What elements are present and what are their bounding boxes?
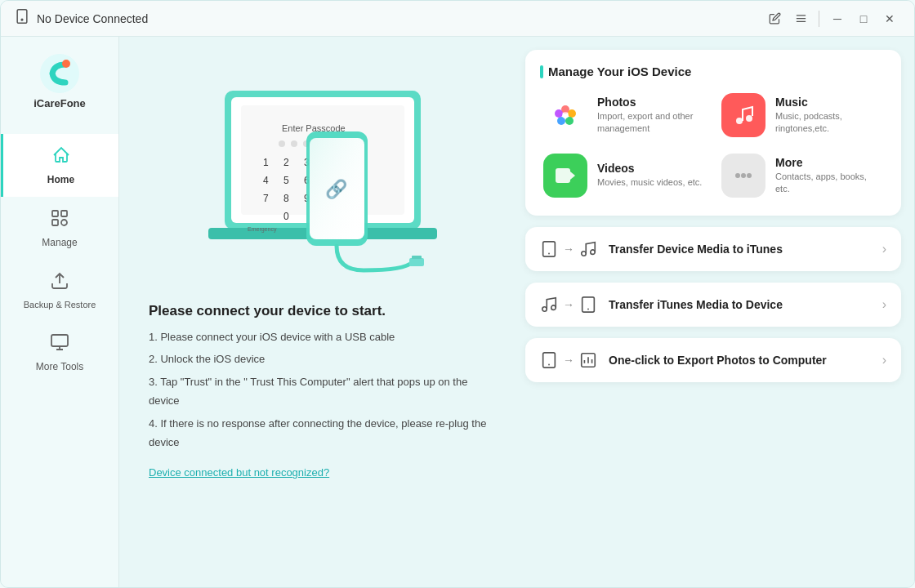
svg-point-10 xyxy=(61,220,67,225)
svg-point-56 xyxy=(582,252,587,256)
chevron-right-icon-2: › xyxy=(882,297,886,312)
sidebar-item-manage[interactable]: Manage xyxy=(1,197,118,260)
sidebar: iCareFone Home xyxy=(1,37,119,587)
transfer-to-itunes-icons: → xyxy=(540,240,597,258)
svg-rect-8 xyxy=(52,220,58,225)
svg-text:0: 0 xyxy=(283,211,289,222)
connect-title: Please connect your device to start. xyxy=(149,303,496,319)
transfer-to-device-label: Transfer iTunes Media to Device xyxy=(609,298,871,311)
backup-label: Backup & Restore xyxy=(24,300,96,310)
svg-marker-50 xyxy=(570,172,575,180)
svg-point-48 xyxy=(746,115,752,122)
feature-more[interactable]: More Contacts, apps, books, etc. xyxy=(718,150,886,201)
arrow-icon-1: → xyxy=(563,243,574,256)
step-3: 3. Tap "Trust" in the " Trust This Compu… xyxy=(149,372,496,411)
menu-button[interactable] xyxy=(789,7,812,30)
logo-text: iCareFone xyxy=(33,97,86,109)
svg-point-52 xyxy=(741,173,746,178)
feature-photos[interactable]: Photos Import, export and other manageme… xyxy=(540,90,708,140)
connect-text-area: Please connect your device to start. 1. … xyxy=(132,295,512,488)
music-desc: Music, podcasts, ringtones,etc. xyxy=(775,110,883,136)
transfer-to-device-card[interactable]: → Transfer iTunes Media to Device › xyxy=(525,283,901,327)
sidebar-item-more-tools[interactable]: More Tools xyxy=(1,321,118,384)
edit-button[interactable] xyxy=(763,7,786,30)
home-label: Home xyxy=(47,174,74,185)
svg-point-46 xyxy=(562,112,569,118)
export-photos-icons: → xyxy=(540,351,597,369)
logo-icon xyxy=(39,53,80,94)
svg-text:2: 2 xyxy=(283,157,289,168)
backup-icon xyxy=(50,271,69,296)
device-svg: Enter Passcode 1 2 3 4 5 6 7 8 9 xyxy=(176,50,470,287)
videos-name: Videos xyxy=(597,162,702,175)
manage-icon xyxy=(50,208,69,233)
export-photos-card[interactable]: → One-click to Export Photos to Computer… xyxy=(525,338,901,382)
export-photos-label: One-click to Export Photos to Computer xyxy=(609,354,871,367)
svg-rect-0 xyxy=(17,10,27,24)
device-illustration: Enter Passcode 1 2 3 4 5 6 7 8 9 xyxy=(132,50,512,287)
svg-rect-12 xyxy=(51,335,68,346)
feature-videos[interactable]: Videos Movies, music videos, etc. xyxy=(540,150,708,201)
photos-name: Photos xyxy=(597,96,705,109)
chevron-right-icon-3: › xyxy=(882,353,886,368)
main-layout: iCareFone Home xyxy=(1,37,914,587)
transfer-to-device-icons: → xyxy=(540,296,597,314)
connect-steps: 1. Please connect your iOS device with a… xyxy=(149,327,496,452)
arrow-icon-3: → xyxy=(563,354,574,367)
arrow-icon-2: → xyxy=(563,298,574,311)
more-tools-icon xyxy=(50,332,69,357)
svg-text:7: 7 xyxy=(263,193,269,204)
more-icon-box xyxy=(721,154,765,198)
svg-point-47 xyxy=(736,118,743,124)
right-panel: Manage Your iOS Device xyxy=(525,50,901,574)
left-panel: Enter Passcode 1 2 3 4 5 6 7 8 9 xyxy=(132,50,512,574)
sidebar-item-backup[interactable]: Backup & Restore xyxy=(1,260,118,321)
svg-point-1 xyxy=(21,19,23,20)
manage-label: Manage xyxy=(42,237,77,248)
home-icon xyxy=(51,145,71,170)
videos-desc: Movies, music videos, etc. xyxy=(597,176,702,189)
step-2: 2. Unlock the iOS device xyxy=(149,350,496,368)
music-name: Music xyxy=(775,96,883,109)
svg-point-42 xyxy=(568,109,576,118)
title-bar: No Device Connected ─ □ ✕ xyxy=(1,1,914,37)
svg-point-45 xyxy=(555,109,563,118)
photos-text: Photos Import, export and other manageme… xyxy=(597,96,705,136)
more-text: More Contacts, apps, books, etc. xyxy=(775,156,883,196)
close-button[interactable]: ✕ xyxy=(878,7,901,30)
more-name: More xyxy=(775,156,883,169)
sidebar-nav: Home Manage xyxy=(1,134,118,384)
title-bar-controls: ─ □ ✕ xyxy=(763,7,901,30)
feature-music[interactable]: Music Music, podcasts, ringtones,etc. xyxy=(718,90,886,140)
svg-rect-39 xyxy=(409,258,424,266)
sidebar-item-home[interactable]: Home xyxy=(1,134,118,197)
svg-point-19 xyxy=(291,140,297,147)
svg-rect-49 xyxy=(556,168,570,183)
ios-card-title: Manage Your iOS Device xyxy=(540,65,886,78)
videos-icon-box xyxy=(543,154,587,198)
svg-point-51 xyxy=(735,173,740,178)
transfer-to-itunes-card[interactable]: → Transfer Device Media to iTunes › xyxy=(525,227,901,271)
svg-text:5: 5 xyxy=(283,175,289,186)
step-4: 4. If there is no response after connect… xyxy=(149,414,496,452)
svg-point-18 xyxy=(279,140,285,147)
logo-area: iCareFone xyxy=(25,45,94,118)
svg-rect-7 xyxy=(52,211,58,216)
maximize-button[interactable]: □ xyxy=(852,7,875,30)
chevron-right-icon-1: › xyxy=(882,242,886,256)
minimize-button[interactable]: ─ xyxy=(826,7,849,30)
content-area: Enter Passcode 1 2 3 4 5 6 7 8 9 xyxy=(119,37,914,587)
more-tools-label: More Tools xyxy=(36,361,83,372)
device-status-icon xyxy=(14,8,30,29)
device-link[interactable]: Device connected but not recognized? xyxy=(149,466,329,479)
title-bar-left: No Device Connected xyxy=(14,8,148,29)
ios-device-card: Manage Your iOS Device xyxy=(525,50,901,216)
svg-point-5 xyxy=(40,54,79,93)
svg-rect-40 xyxy=(412,256,422,259)
svg-text:8: 8 xyxy=(283,193,289,204)
svg-point-59 xyxy=(551,305,556,310)
svg-point-6 xyxy=(62,60,70,68)
svg-text:🔗: 🔗 xyxy=(325,178,348,200)
more-desc: Contacts, apps, books, etc. xyxy=(775,171,883,196)
videos-text: Videos Movies, music videos, etc. xyxy=(597,162,702,189)
